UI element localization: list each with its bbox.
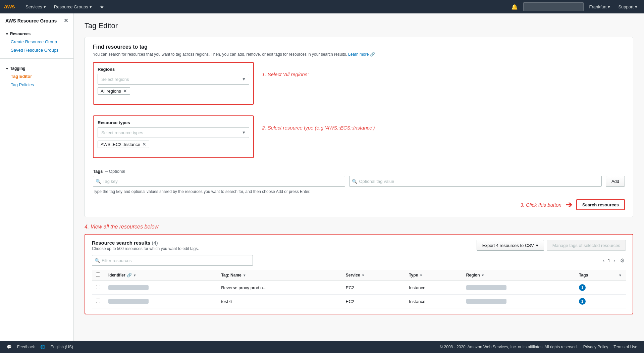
filter-resources-input[interactable] xyxy=(92,255,253,266)
tag-value-input[interactable] xyxy=(349,176,601,187)
filter-search-icon: 🔍 xyxy=(95,258,100,263)
export-csv-button[interactable]: Export 4 resources to CSV ▾ xyxy=(477,240,544,251)
sidebar: AWS Resource Groups ✕ ▼ Resources Create… xyxy=(0,13,74,353)
tag-key-search-icon: 🔍 xyxy=(96,179,101,184)
sidebar-resources-title: ▼ Resources xyxy=(5,32,68,36)
table-row: blurred-identifier-2 test 6 EC2 Instance… xyxy=(92,295,626,308)
table-header: Identifier 🔗 ▼ Tag: Name ▼ xyxy=(92,270,626,281)
row1-tag-name: Reverse proxy prod o... xyxy=(217,281,342,295)
ec2-chip-remove[interactable]: ✕ xyxy=(142,142,146,147)
find-resources-subtitle: You can search for resources that you wa… xyxy=(93,52,625,57)
table-body: blurred-identifier-1 Reverse proxy prod … xyxy=(92,281,626,308)
tags-row: 🔍 🔍 Add xyxy=(93,176,625,187)
nav-resource-groups[interactable]: Resource Groups ▾ xyxy=(51,3,95,11)
sidebar-close-icon[interactable]: ✕ xyxy=(64,17,68,24)
col-select-all[interactable] xyxy=(92,270,104,281)
results-card: Resource search results (4) Choose up to… xyxy=(85,234,633,314)
regions-select[interactable]: Select regions xyxy=(98,74,249,85)
tags-col-dropdown[interactable]: ▼ xyxy=(619,273,622,277)
resource-types-select[interactable]: Select resource types xyxy=(98,127,249,138)
footer-privacy-link[interactable]: Privacy Policy xyxy=(583,345,608,349)
tag-value-search-icon: 🔍 xyxy=(352,179,357,184)
tag-value-wrapper: 🔍 xyxy=(349,176,601,187)
region-sort-icon[interactable]: ▼ xyxy=(481,273,485,277)
table-row: blurred-identifier-1 Reverse proxy prod … xyxy=(92,281,626,295)
pagination-row: ‹ 1 › ⚙ xyxy=(601,257,626,264)
results-table: Identifier 🔗 ▼ Tag: Name ▼ xyxy=(92,270,626,308)
pagination-next[interactable]: › xyxy=(612,257,616,264)
sidebar-item-tag-policies[interactable]: Tag Policies xyxy=(5,81,68,89)
step2-annotation: 2. Select resource type (e.g 'AWS::ECS::… xyxy=(262,125,375,131)
results-actions: Export 4 resources to CSV ▾ Manage tags … xyxy=(477,240,626,251)
page-title: Tag Editor xyxy=(85,21,633,30)
search-resources-button[interactable]: Search resources xyxy=(576,199,625,210)
col-header-region[interactable]: Region ▼ xyxy=(462,270,575,281)
resource-types-section: Resource types Select resource types ▼ A… xyxy=(93,115,254,158)
sidebar-resources-section: ▼ Resources Create Resource Group Saved … xyxy=(0,28,73,54)
footer-language-link[interactable]: English (US) xyxy=(51,345,73,349)
tag-name-sort-icon[interactable]: ▼ xyxy=(243,273,246,277)
svg-text:aws: aws xyxy=(4,3,15,10)
col-header-tag-name[interactable]: Tag: Name ▼ xyxy=(217,270,342,281)
aws-logo: aws xyxy=(4,3,17,11)
table-settings-icon[interactable]: ⚙ xyxy=(619,257,626,264)
row1-checkbox[interactable] xyxy=(96,285,100,289)
row2-region: blurred-region-2 xyxy=(462,295,575,308)
ec2-instance-chip: AWS::EC2::Instance ✕ xyxy=(98,141,149,148)
row1-checkbox-cell[interactable] xyxy=(92,281,104,295)
manage-tags-button: Manage tags of selected resources xyxy=(547,240,626,251)
row2-tag-name: test 6 xyxy=(217,295,342,308)
col-header-type[interactable]: Type ▼ xyxy=(405,270,462,281)
row1-tags-badge: 1 xyxy=(579,284,586,291)
select-all-checkbox[interactable] xyxy=(96,272,100,277)
pagination-current: 1 xyxy=(608,258,610,263)
col-header-identifier[interactable]: Identifier 🔗 ▼ xyxy=(104,270,217,281)
col-header-service[interactable]: Service ▼ xyxy=(342,270,405,281)
type-sort-icon[interactable]: ▼ xyxy=(419,273,423,277)
footer-feedback-link[interactable]: Feedback xyxy=(17,345,35,349)
main-content: Tag Editor Find resources to tag You can… xyxy=(74,13,644,353)
sidebar-item-tag-editor[interactable]: Tag Editor xyxy=(5,72,68,81)
row2-checkbox[interactable] xyxy=(96,299,100,303)
sidebar-tagging-section: ▼ Tagging Tag Editor Tag Policies xyxy=(0,63,73,89)
row1-tags: 1 xyxy=(575,281,626,295)
tag-key-input[interactable] xyxy=(93,176,345,187)
footer-terms-link[interactable]: Terms of Use xyxy=(613,345,637,349)
nav-star[interactable]: ★ xyxy=(97,3,107,11)
identifier-sort-icon[interactable]: ▼ xyxy=(133,273,137,277)
filter-row: 🔍 ‹ 1 › ⚙ xyxy=(92,255,626,266)
pagination-prev[interactable]: ‹ xyxy=(601,257,606,264)
row1-identifier: blurred-identifier-1 xyxy=(104,281,217,295)
tags-label: Tags – Optional xyxy=(93,169,625,174)
row2-type: Instance xyxy=(405,295,462,308)
sidebar-item-saved-resource-groups[interactable]: Saved Resource Groups xyxy=(5,46,68,54)
sidebar-item-create-resource-group[interactable]: Create Resource Group xyxy=(5,38,68,46)
regions-section: Regions Select regions ▼ All regions ✕ xyxy=(93,62,254,105)
results-header: Resource search results (4) Choose up to… xyxy=(92,240,626,251)
row2-tags: 1 xyxy=(575,295,626,308)
nav-search-input[interactable] xyxy=(523,2,584,11)
nav-region[interactable]: Frankfurt ▾ xyxy=(586,3,613,11)
add-tag-button[interactable]: Add xyxy=(606,176,625,187)
row1-service: EC2 xyxy=(342,281,405,295)
footer-copyright: © 2008 - 2020, Amazon Web Services, Inc.… xyxy=(440,345,578,349)
all-regions-chip-remove[interactable]: ✕ xyxy=(123,88,127,94)
col-header-tags[interactable]: Tags ▼ xyxy=(575,270,626,281)
step3-annotation: 3. Click this button xyxy=(520,202,561,208)
service-sort-icon[interactable]: ▼ xyxy=(362,273,365,277)
nav-services[interactable]: Services ▾ xyxy=(23,3,49,11)
row2-checkbox-cell[interactable] xyxy=(92,295,104,308)
footer-globe-icon: 🌐 xyxy=(40,345,45,349)
sidebar-tagging-title: ▼ Tagging xyxy=(5,66,68,71)
identifier-external-icon: 🔗 xyxy=(127,273,132,278)
find-resources-card: Find resources to tag You can search for… xyxy=(85,37,633,217)
tags-hint: Type the tag key and optional values sha… xyxy=(93,189,625,194)
tag-key-wrapper: 🔍 xyxy=(93,176,345,187)
resource-types-form: Resource types Select resource types ▼ A… xyxy=(98,120,249,148)
learn-more-link[interactable]: Learn more xyxy=(348,52,369,57)
bell-icon[interactable]: 🔔 xyxy=(511,4,518,10)
step1-annotation: 1. Select 'All regions' xyxy=(262,71,308,77)
row2-identifier: blurred-identifier-2 xyxy=(104,295,217,308)
results-title: Resource search results (4) xyxy=(92,240,199,246)
nav-support[interactable]: Support ▾ xyxy=(615,3,640,11)
